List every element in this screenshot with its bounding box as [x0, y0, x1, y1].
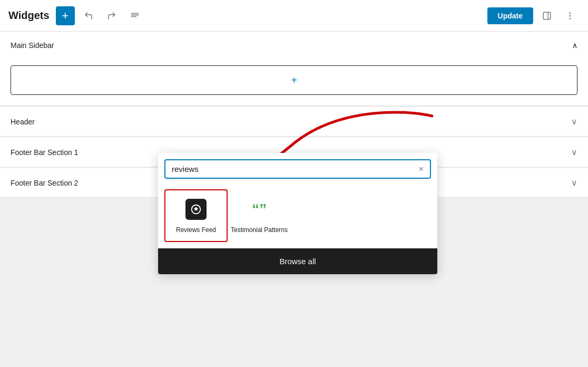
redo-button[interactable]	[102, 6, 121, 25]
main-sidebar-section: Main Sidebar ∧ +	[0, 32, 588, 106]
footer-bar-1-chevron: ∨	[571, 147, 577, 157]
list-icon	[130, 11, 140, 21]
add-block-button[interactable]: +	[56, 6, 75, 25]
header-section: Header ∨	[0, 107, 588, 137]
reviews-feed-block[interactable]: Reviews Feed	[164, 189, 228, 242]
page-title: Widgets	[8, 9, 50, 22]
svg-point-6	[570, 15, 571, 16]
add-block-plus-icon: +	[291, 74, 297, 86]
reviews-feed-icon	[183, 197, 209, 222]
search-input[interactable]	[172, 165, 415, 173]
svg-point-7	[570, 18, 571, 19]
testimonial-patterns-icon: “”	[247, 197, 272, 222]
browse-all-button[interactable]: Browse all	[158, 248, 437, 274]
main-sidebar-body: +	[0, 59, 588, 105]
ellipsis-icon	[565, 11, 575, 21]
quote-icon: “”	[252, 202, 267, 217]
update-button[interactable]: Update	[487, 7, 533, 24]
main-sidebar-label: Main Sidebar	[11, 41, 54, 50]
blocks-grid: Reviews Feed “” Testimonial Patterns	[158, 183, 437, 248]
search-input-wrapper: ×	[164, 159, 431, 179]
header-label: Header	[11, 118, 35, 126]
toggle-sidebar-button[interactable]	[537, 6, 556, 25]
sidebar-icon	[542, 11, 552, 21]
more-options-button[interactable]	[561, 6, 580, 25]
undo-button[interactable]	[79, 6, 98, 25]
main-sidebar-header[interactable]: Main Sidebar ∧	[0, 32, 588, 59]
testimonial-patterns-block[interactable]: “” Testimonial Patterns	[228, 189, 291, 242]
list-view-button[interactable]	[125, 6, 144, 25]
header-chevron: ∨	[571, 117, 577, 127]
search-bar: ×	[158, 153, 437, 183]
header-accordion-header[interactable]: Header ∨	[0, 107, 588, 136]
footer-bar-1-label: Footer Bar Section 1	[11, 148, 78, 157]
reviews-feed-icon-shape	[185, 199, 207, 220]
add-block-area[interactable]: +	[11, 65, 577, 95]
toolbar: Widgets + Update	[0, 0, 588, 32]
search-clear-button[interactable]: ×	[419, 165, 424, 173]
reviews-feed-label: Reviews Feed	[176, 226, 216, 235]
svg-rect-3	[543, 12, 551, 20]
footer-bar-2-label: Footer Bar Section 2	[11, 179, 78, 187]
main-sidebar-chevron: ∧	[572, 41, 577, 50]
redo-icon	[107, 11, 116, 21]
testimonial-patterns-label: Testimonial Patterns	[231, 226, 288, 235]
svg-point-5	[570, 12, 571, 13]
block-search-dropdown: × Reviews Feed “” Testimonial Patterns B…	[158, 153, 437, 274]
footer-bar-2-chevron: ∨	[571, 178, 577, 188]
star-badge-icon	[190, 204, 202, 215]
undo-icon	[84, 11, 93, 21]
